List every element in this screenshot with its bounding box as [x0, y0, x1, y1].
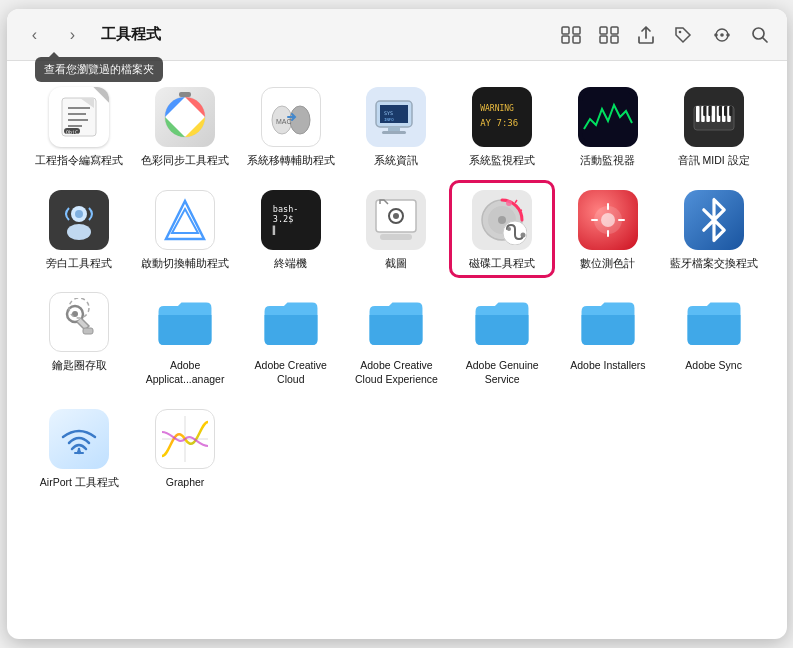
app-icon-digitalcolor — [576, 188, 640, 252]
window-title: 工具程式 — [101, 25, 161, 44]
app-item-terminal[interactable]: bash-3.2$ ▌ 終端機 — [238, 180, 344, 279]
app-item-screenshot[interactable]: 截圖 — [344, 180, 450, 279]
svg-rect-6 — [600, 36, 607, 43]
app-icon-activity-monitor — [576, 85, 640, 149]
app-icon-system-monitor: WARNING AY 7:36 — [470, 85, 534, 149]
app-item-adobe-sync[interactable]: Adobe Sync — [661, 282, 767, 394]
app-label-adobe-sync: Adobe Sync — [685, 359, 742, 373]
svg-text:INFO: INFO — [384, 117, 394, 122]
toolbar-right — [557, 21, 773, 49]
app-item-digitalcolor[interactable]: 數位測色計 — [555, 180, 661, 279]
svg-point-59 — [498, 216, 506, 224]
view-list-button[interactable] — [595, 22, 623, 48]
app-label-bootcamp: 啟動切換輔助程式 — [141, 257, 229, 271]
app-item-diskutil[interactable]: 磁碟工具程式 — [449, 180, 555, 279]
app-label-bluetooth: 藍牙檔案交換程式 — [670, 257, 758, 271]
app-label-adobe-appmanager: Adobe Applicat...anager — [140, 359, 230, 386]
app-item-bluetooth[interactable]: 藍牙檔案交換程式 — [661, 180, 767, 279]
app-item-adobe-genuine[interactable]: Adobe Genuine Service — [449, 282, 555, 394]
svg-rect-34 — [582, 91, 634, 143]
search-button[interactable] — [747, 22, 773, 48]
svg-point-8 — [678, 30, 681, 33]
app-label-screenshot: 截圖 — [385, 257, 407, 271]
svg-rect-2 — [562, 36, 569, 43]
app-item-adobe-cc[interactable]: Adobe Creative Cloud — [238, 282, 344, 394]
finder-window: ‹ › 工具程式 查看您瀏覽過的檔案夾 — [7, 9, 787, 639]
svg-rect-1 — [573, 27, 580, 34]
app-label-voiceover: 旁白工具程式 — [46, 257, 112, 271]
svg-rect-5 — [611, 27, 618, 34]
app-item-adobe-installers[interactable]: Adobe Installers — [555, 282, 661, 394]
svg-text:ObjC: ObjC — [66, 129, 78, 136]
svg-rect-72 — [83, 328, 93, 334]
app-icon-bluetooth — [682, 188, 746, 252]
app-icon-screenshot — [364, 188, 428, 252]
svg-rect-36 — [696, 106, 700, 122]
svg-point-50 — [75, 210, 83, 218]
app-item-system-monitor[interactable]: WARNING AY 7:36 系統監視程式 — [449, 77, 555, 176]
svg-text:SYS: SYS — [384, 110, 393, 116]
app-label-script-editor: 工程指令編寫程式 — [35, 154, 123, 168]
app-item-keychain[interactable]: 鑰匙圈存取 — [27, 282, 133, 394]
app-item-script-editor[interactable]: ObjC 工程指令編寫程式 — [27, 77, 133, 176]
app-item-voiceover[interactable]: 旁白工具程式 — [27, 180, 133, 279]
svg-point-63 — [507, 227, 511, 231]
app-label-system-info: 系統資訊 — [374, 154, 418, 168]
more-button[interactable] — [707, 23, 737, 47]
app-icon-system-info: SYS INFO — [364, 85, 428, 149]
app-icon-migration: MAC — [259, 85, 323, 149]
svg-point-60 — [506, 200, 512, 206]
svg-point-55 — [393, 213, 399, 219]
app-icon-script-editor: ObjC — [47, 85, 111, 149]
app-label-adobe-installers: Adobe Installers — [570, 359, 645, 373]
app-icon-diskutil — [470, 188, 534, 252]
app-item-midi[interactable]: 音訊 MIDI 設定 — [661, 77, 767, 176]
svg-rect-24 — [179, 92, 191, 97]
app-item-airport[interactable]: AirPort 工具程式 — [27, 399, 133, 498]
app-item-adobe-appmanager[interactable]: Adobe Applicat...anager — [132, 282, 238, 394]
svg-text:MAC: MAC — [276, 118, 292, 125]
app-icon-adobe-sync — [682, 290, 746, 354]
app-icon-voiceover — [47, 188, 111, 252]
app-label-activity-monitor: 活動監視器 — [580, 154, 635, 168]
app-item-adobe-cc-exp[interactable]: Adobe Creative Cloud Experience — [344, 282, 450, 394]
app-item-bootcamp[interactable]: 啟動切換輔助程式 — [132, 180, 238, 279]
app-item-color-sync[interactable]: 色彩同步工具程式 — [132, 77, 238, 176]
tag-button[interactable] — [669, 21, 697, 49]
svg-rect-43 — [703, 106, 706, 116]
app-item-activity-monitor[interactable]: 活動監視器 — [555, 77, 661, 176]
svg-point-74 — [77, 450, 81, 454]
content-area: ObjC 工程指令編寫程式 色彩同步工具程式 MAC — [7, 61, 787, 639]
svg-rect-47 — [729, 106, 732, 116]
app-label-adobe-cc-exp: Adobe Creative Cloud Experience — [351, 359, 441, 386]
svg-rect-44 — [708, 106, 711, 116]
back-button[interactable]: ‹ — [21, 21, 49, 49]
app-icon-grapher — [153, 407, 217, 471]
app-icon-adobe-genuine — [470, 290, 534, 354]
app-label-keychain: 鑰匙圈存取 — [52, 359, 107, 373]
svg-rect-56 — [380, 234, 412, 240]
app-item-system-info[interactable]: SYS INFO 系統資訊 — [344, 77, 450, 176]
app-icon-adobe-appmanager — [153, 290, 217, 354]
app-icon-adobe-installers — [576, 290, 640, 354]
app-item-grapher[interactable]: Grapher — [132, 399, 238, 498]
app-grid: ObjC 工程指令編寫程式 色彩同步工具程式 MAC — [27, 77, 767, 497]
app-icon-color-sync — [153, 85, 217, 149]
app-label-terminal: 終端機 — [274, 257, 307, 271]
app-label-color-sync: 色彩同步工具程式 — [141, 154, 229, 168]
svg-point-62 — [521, 232, 526, 237]
app-label-adobe-genuine: Adobe Genuine Service — [457, 359, 547, 386]
app-label-system-monitor: 系統監視程式 — [469, 154, 535, 168]
svg-rect-46 — [724, 106, 727, 116]
svg-rect-0 — [562, 27, 569, 34]
svg-point-22 — [177, 109, 193, 125]
app-item-migration[interactable]: MAC 系統移轉輔助程式 — [238, 77, 344, 176]
app-icon-bootcamp — [153, 188, 217, 252]
forward-button[interactable]: › — [59, 21, 87, 49]
app-icon-terminal: bash-3.2$ ▌ — [259, 188, 323, 252]
share-button[interactable] — [633, 21, 659, 49]
view-grid-button[interactable] — [557, 22, 585, 48]
app-label-adobe-cc: Adobe Creative Cloud — [246, 359, 336, 386]
app-icon-adobe-cc-exp — [364, 290, 428, 354]
svg-rect-39 — [711, 106, 715, 122]
